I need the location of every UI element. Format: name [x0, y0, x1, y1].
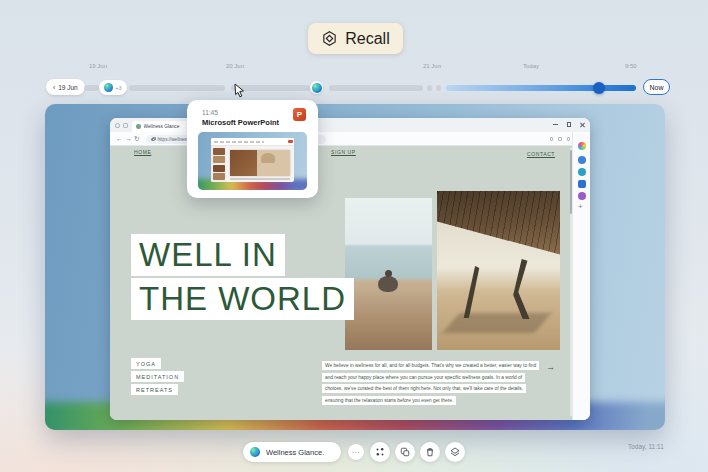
forward-icon[interactable]: → — [125, 135, 132, 142]
snapshot-viewer[interactable]: Wellness Glance × + ← → ↻ https://wellne… — [45, 104, 665, 430]
timeline-date-label: 21 Jun — [423, 63, 441, 69]
profile-icon[interactable] — [115, 123, 120, 128]
ellipsis-icon: ··· — [352, 449, 361, 456]
headline-line-1: WELL IN — [131, 234, 285, 276]
timeline-now-button[interactable]: Now — [643, 79, 670, 95]
window-controls — [553, 122, 586, 127]
back-icon[interactable]: ← — [116, 135, 123, 142]
edge-browser-icon — [250, 447, 260, 457]
powerpoint-window-thumbnail — [211, 138, 294, 182]
recall-title: Recall — [345, 30, 389, 48]
recall-icon — [321, 30, 338, 47]
copy-button[interactable] — [395, 442, 415, 462]
slide-caption-line — [230, 178, 290, 180]
timeline-track-segment[interactable] — [427, 85, 432, 91]
layers-icon — [450, 447, 460, 457]
snapshot-app-name: Microsoft PowerPoint — [202, 118, 279, 127]
timeline-date-label: Today — [523, 63, 539, 69]
timeline-track-segment[interactable] — [436, 85, 441, 91]
menu-item-meditation[interactable]: MEDITATION — [131, 371, 184, 382]
sidebar-add-icon[interactable]: + — [578, 202, 583, 211]
timeline-track-segment[interactable] — [329, 85, 423, 91]
timeline-active-segment[interactable] — [446, 85, 636, 91]
maximize-icon[interactable] — [567, 122, 572, 127]
edge-browser-window: Wellness Glance × + ← → ↻ https://wellne… — [110, 118, 590, 420]
current-timestamp: Today, 11:11 — [628, 443, 664, 450]
site-paragraph: We believe in wellness for all, and for … — [322, 360, 538, 406]
timeline-more-count: +3 — [115, 85, 121, 91]
recall-logo-badge: Recall — [308, 23, 403, 54]
sidebar-games-icon[interactable] — [578, 192, 586, 200]
interact-dots-icon — [375, 447, 385, 457]
powerpoint-ribbon — [211, 138, 294, 146]
tab-actions-icon[interactable] — [123, 123, 128, 128]
site-nav-signup[interactable]: SIGN UP — [331, 149, 356, 155]
edge-browser-icon — [312, 83, 322, 93]
edge-sidebar: + — [572, 132, 590, 420]
site-favicon — [136, 124, 141, 129]
meditating-person-figure — [378, 276, 398, 292]
browser-tab-strip: Wellness Glance × + — [110, 118, 590, 132]
site-nav-home[interactable]: HOME — [134, 149, 151, 155]
wellness-website: HOME SIGN UP CONTACT WELL IN THE WORLD — [110, 146, 572, 420]
trash-icon — [425, 447, 435, 457]
snapshot-thumbnail[interactable] — [198, 132, 307, 190]
meditation-photo — [345, 198, 432, 350]
edge-browser-icon — [104, 83, 113, 92]
powerpoint-icon: P — [293, 108, 306, 121]
copy-icon — [400, 447, 410, 457]
figure-shadow — [443, 313, 552, 333]
reload-icon[interactable]: ↻ — [134, 135, 139, 143]
yoga-person-figure — [459, 266, 485, 318]
timeline-date-label: 19 Jun — [89, 63, 107, 69]
site-nav-contact[interactable]: CONTACT — [527, 151, 555, 157]
delete-button[interactable] — [420, 442, 440, 462]
powerpoint-slide — [230, 150, 290, 176]
copilot-icon[interactable] — [578, 142, 586, 150]
menu-item-yoga[interactable]: YOGA — [131, 358, 161, 369]
timeline-time-label: 9:50 — [625, 63, 637, 69]
menu-item-retreats[interactable]: RETREATS — [131, 384, 178, 395]
minimize-icon[interactable] — [553, 124, 558, 125]
toolbar-extension-icons[interactable] — [550, 137, 571, 141]
thatched-roof — [437, 191, 560, 255]
timeline-back-label: 19 Jun — [58, 84, 78, 91]
timeline-track-segment[interactable] — [84, 85, 99, 91]
snapshot-preview-card[interactable]: 11:45 Microsoft PowerPoint P — [187, 100, 318, 198]
timeline-scrub-handle[interactable] — [593, 82, 605, 94]
slide-thumbnails-rail — [211, 146, 226, 182]
close-icon — [288, 140, 293, 144]
site-menu: YOGA MEDITATION RETREATS — [131, 358, 184, 397]
chevron-left-icon: ‹ — [53, 84, 55, 91]
slide-image-left — [230, 150, 257, 176]
timeline-back-button[interactable]: ‹ 19 Jun — [46, 79, 85, 95]
site-headline: WELL IN THE WORLD — [131, 234, 354, 320]
snapshot-time: 11:45 — [202, 109, 218, 116]
more-options-button[interactable]: ··· — [348, 444, 364, 460]
slide-image-right — [257, 150, 290, 176]
sidebar-outlook-icon[interactable] — [578, 180, 586, 188]
timeline-track-segment[interactable] — [129, 85, 225, 91]
now-label: Now — [649, 84, 663, 91]
arrow-right-icon[interactable]: → — [546, 362, 555, 372]
recall-app: Recall ‹ 19 Jun 19 Jun 20 Jun 21 Jun Tod… — [0, 0, 708, 472]
yoga-person-figure — [503, 259, 537, 319]
mouse-cursor-icon — [234, 83, 245, 98]
timeline-app-marker-edge[interactable] — [310, 81, 323, 94]
yoga-stretch-photo — [437, 191, 560, 350]
browser-toolbar: ← → ↻ https://wellnessglance.com — [110, 132, 590, 146]
recall-search-bar[interactable] — [243, 442, 341, 462]
search-input[interactable] — [264, 447, 326, 458]
lock-icon — [151, 138, 155, 141]
sidebar-search-icon[interactable] — [578, 156, 586, 164]
close-icon[interactable] — [580, 122, 585, 127]
timeline-app-marker-edge[interactable]: +3 — [99, 80, 127, 95]
interact-snapshot-button[interactable] — [370, 442, 390, 462]
snapshot-settings-button[interactable] — [445, 442, 465, 462]
timeline-date-label: 20 Jun — [226, 63, 244, 69]
sidebar-tools-icon[interactable] — [578, 168, 586, 176]
headline-line-2: THE WORLD — [131, 278, 354, 320]
